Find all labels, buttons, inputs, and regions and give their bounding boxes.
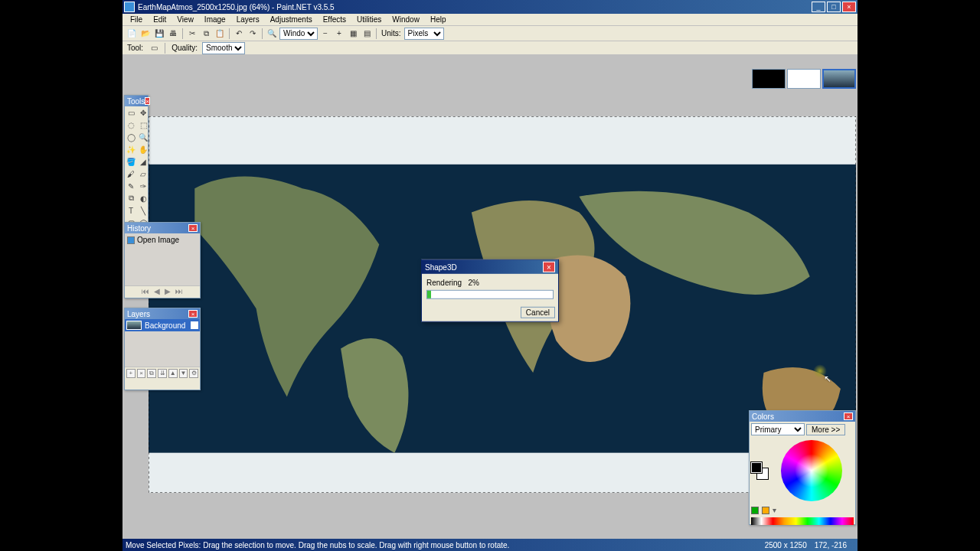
gradient-tool[interactable]: ◢: [137, 155, 149, 168]
menu-edit[interactable]: Edit: [149, 15, 171, 24]
cursor-icon: ↖: [824, 373, 831, 384]
menu-layers[interactable]: Layers: [232, 15, 264, 24]
move-down-icon[interactable]: ▼: [179, 369, 188, 378]
new-icon[interactable]: 📄: [126, 28, 138, 40]
merge-layer-icon[interactable]: ⇊: [158, 369, 167, 378]
recolor-tool[interactable]: ◐: [137, 192, 149, 204]
primary-color-swatch[interactable]: [751, 462, 762, 473]
doc-thumb-active[interactable]: [822, 69, 856, 89]
palette-swatch[interactable]: [762, 507, 769, 514]
pan-tool[interactable]: ✋: [137, 143, 149, 155]
tools-panel-header[interactable]: Tools ×: [125, 96, 148, 106]
menu-image[interactable]: Image: [200, 15, 230, 24]
close-icon[interactable]: ×: [145, 97, 150, 105]
quality-select[interactable]: Smooth: [202, 42, 245, 54]
rect-select-tool[interactable]: ▭: [125, 106, 137, 119]
zoom-in-icon[interactable]: +: [333, 28, 345, 40]
magic-wand-tool[interactable]: ✨: [125, 143, 137, 155]
menu-adjustments[interactable]: Adjustments: [266, 15, 317, 24]
color-wheel[interactable]: [781, 440, 842, 501]
menu-file[interactable]: File: [126, 15, 147, 24]
pencil-tool[interactable]: ✎: [125, 180, 137, 192]
brush-tool[interactable]: 🖌: [125, 168, 137, 180]
separator: [376, 28, 377, 39]
zoom-out-icon[interactable]: −: [319, 28, 332, 40]
history-panel[interactable]: History × Open Image ⏮ ◀ ▶ ⏭: [124, 222, 201, 298]
ellipse-select-tool[interactable]: ◯: [125, 131, 137, 143]
palette-menu-icon[interactable]: ▾: [773, 506, 776, 514]
last-icon[interactable]: ⏭: [175, 287, 183, 295]
move-sel-tool[interactable]: ⬚: [137, 119, 149, 131]
dialog-titlebar[interactable]: Shape3D ×: [422, 260, 558, 274]
menu-effects[interactable]: Effects: [318, 15, 351, 24]
open-icon[interactable]: 📂: [139, 28, 152, 40]
lasso-tool[interactable]: ◌: [125, 119, 137, 131]
tools-panel[interactable]: Tools × ▭ ✥ ◌ ⬚ ◯ 🔍 ✨ ✋ 🪣 ◢ 🖌 ▱ ✎ ✑ ⧉ ◐: [124, 95, 149, 230]
duplicate-layer-icon[interactable]: ⧉: [147, 369, 156, 378]
tools-panel-title: Tools: [127, 97, 145, 106]
properties-icon[interactable]: ⚙: [189, 369, 198, 378]
menu-utilities[interactable]: Utilities: [352, 15, 386, 24]
colors-panel[interactable]: Colors × Primary More >> ▾: [749, 410, 856, 525]
move-tool-icon[interactable]: ▭: [148, 42, 160, 54]
color-mode-select[interactable]: Primary: [751, 423, 805, 435]
eraser-tool[interactable]: ▱: [137, 168, 149, 180]
picker-tool[interactable]: ✑: [137, 180, 149, 192]
units-select[interactable]: Pixels: [404, 28, 444, 40]
clone-tool[interactable]: ⧉: [125, 192, 137, 204]
menu-view[interactable]: View: [172, 15, 198, 24]
redo-icon[interactable]: ↷: [247, 28, 259, 40]
units-label: Units:: [380, 29, 403, 37]
bucket-tool[interactable]: 🪣: [125, 155, 137, 168]
first-icon[interactable]: ⏮: [142, 287, 149, 295]
history-panel-header[interactable]: History ×: [125, 223, 200, 233]
primary-secondary-swatch[interactable]: [751, 462, 768, 479]
close-icon[interactable]: ×: [188, 224, 198, 232]
separator: [229, 28, 230, 39]
maximize-button[interactable]: □: [827, 2, 841, 12]
layer-visible-checkbox[interactable]: ✓: [191, 321, 198, 329]
ruler-icon[interactable]: ▤: [361, 28, 373, 40]
text-tool[interactable]: T: [125, 204, 137, 217]
doc-thumb[interactable]: [787, 69, 821, 89]
layer-item[interactable]: Background ✓: [125, 319, 200, 331]
palette-swatch[interactable]: [751, 507, 759, 514]
layers-panel[interactable]: Layers × Background ✓ + × ⧉ ⇊ ▲ ▼ ⚙: [124, 308, 201, 390]
delete-layer-icon[interactable]: ×: [137, 369, 146, 378]
doc-thumb[interactable]: [752, 69, 786, 89]
move-up-icon[interactable]: ▲: [168, 369, 178, 378]
layer-thumbnail: [126, 321, 142, 330]
app-window: EarthMapAtmos_2500x1250.jpg (64%) - Pain…: [122, 0, 858, 551]
next-icon[interactable]: ▶: [165, 287, 171, 295]
print-icon[interactable]: 🖶: [167, 28, 179, 40]
zoom-tool[interactable]: 🔍: [137, 131, 149, 143]
close-icon[interactable]: ×: [543, 262, 555, 272]
close-button[interactable]: ×: [842, 2, 856, 12]
layers-panel-header[interactable]: Layers ×: [125, 308, 200, 319]
minimize-button[interactable]: _: [812, 2, 825, 12]
menu-help[interactable]: Help: [426, 15, 451, 24]
colors-panel-header[interactable]: Colors ×: [750, 411, 855, 422]
paste-icon[interactable]: 📋: [214, 28, 226, 40]
progress-dialog[interactable]: Shape3D × Rendering 2% Cancel: [421, 259, 559, 322]
copy-icon[interactable]: ⧉: [200, 28, 212, 40]
close-icon[interactable]: ×: [188, 310, 198, 318]
prev-icon[interactable]: ◀: [154, 287, 160, 295]
zoom-select[interactable]: Window: [279, 28, 318, 40]
more-button[interactable]: More >>: [806, 424, 845, 435]
grid-icon[interactable]: ▦: [347, 28, 359, 40]
line-tool[interactable]: ╲: [137, 204, 149, 217]
close-icon[interactable]: ×: [844, 412, 853, 420]
color-spectrum[interactable]: [751, 517, 854, 525]
zoom-icon[interactable]: 🔍: [266, 28, 278, 40]
menu-window[interactable]: Window: [387, 15, 424, 24]
cancel-button[interactable]: Cancel: [521, 307, 555, 318]
history-item[interactable]: Open Image: [126, 235, 198, 245]
add-layer-icon[interactable]: +: [126, 369, 136, 378]
move-tool[interactable]: ✥: [137, 106, 149, 119]
cut-icon[interactable]: ✂: [186, 28, 198, 40]
save-icon[interactable]: 💾: [153, 28, 165, 40]
title-bar[interactable]: EarthMapAtmos_2500x1250.jpg (64%) - Pain…: [122, 0, 858, 14]
progress-bar: [426, 290, 554, 299]
undo-icon[interactable]: ↶: [233, 28, 245, 40]
